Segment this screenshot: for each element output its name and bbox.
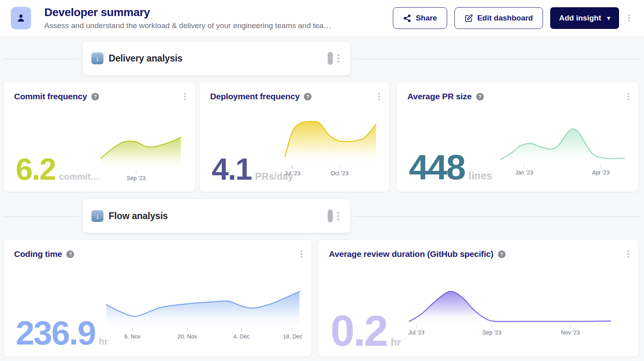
card-title: Deployment frequency bbox=[210, 92, 299, 101]
metric: 4.1 PRs/day bbox=[212, 157, 293, 182]
metric-value: 236.9 bbox=[16, 320, 95, 347]
sparkline-chart: Jul '23Oct '23 bbox=[285, 119, 376, 164]
help-icon[interactable]: ? bbox=[304, 93, 312, 101]
section-header-delivery-analysis: ↓ Delivery analysis bbox=[83, 41, 350, 75]
card-header: Coding time ? bbox=[14, 248, 304, 260]
x-axis-tick: Sep '23 bbox=[482, 324, 501, 336]
metric-value: 4.1 bbox=[212, 157, 252, 182]
sparkline-chart: 6. Nov20. Nov4. Dec18. Dec bbox=[106, 290, 299, 327]
add-insight-label: Add insight bbox=[559, 14, 601, 23]
section-menu-icon[interactable] bbox=[335, 210, 341, 222]
x-axis-tick: Jul '23 bbox=[408, 324, 424, 336]
card-title: Average PR size bbox=[407, 92, 472, 101]
x-axis: Sep '23 bbox=[101, 169, 181, 183]
card-menu-icon[interactable] bbox=[299, 248, 304, 260]
metric-card-average-review-duration: Average review duration (GitHub specific… bbox=[318, 239, 639, 357]
edit-dashboard-label: Edit dashboard bbox=[477, 14, 533, 23]
sparkline-chart: Jan '23Apr '23 bbox=[501, 127, 624, 163]
x-axis: Jul '23Oct '23 bbox=[285, 164, 376, 178]
section-divider bbox=[3, 216, 79, 217]
metric-value: 0.2 bbox=[330, 314, 387, 348]
page-subtitle: Assess and understand the workload & del… bbox=[44, 21, 331, 30]
help-icon[interactable]: ? bbox=[498, 250, 506, 258]
x-axis: 6. Nov20. Nov4. Dec18. Dec bbox=[106, 327, 299, 341]
card-title: Average review duration (GitHub specific… bbox=[329, 249, 493, 259]
share-button[interactable]: Share bbox=[393, 7, 447, 29]
sparkline-chart: Sep '23 bbox=[101, 135, 181, 169]
metric: 236.9 hr bbox=[16, 320, 108, 347]
dashboard-page: Developer summary Assess and understand … bbox=[0, 0, 644, 361]
card-menu-icon[interactable] bbox=[625, 91, 631, 102]
help-icon[interactable]: ? bbox=[66, 250, 74, 258]
drag-handle[interactable] bbox=[328, 209, 333, 222]
x-axis: Jul '23Sep '23Nov '23 bbox=[409, 323, 611, 337]
share-label: Share bbox=[416, 14, 437, 23]
metric: 6.2 commit… bbox=[16, 157, 99, 182]
metric-card-deployment-frequency: Deployment frequency ? 4.1 PRs/day Jul '… bbox=[199, 82, 390, 192]
x-axis-tick: 20. Nov bbox=[178, 328, 197, 340]
edit-icon bbox=[464, 14, 473, 23]
metric-card-commit-frequency: Commit frequency ? 6.2 commit… Sep '23 bbox=[3, 82, 196, 192]
down-arrow-emoji-icon: ↓ bbox=[91, 210, 103, 222]
section-title: Flow analysis bbox=[109, 211, 168, 222]
page-title: Developer summary bbox=[44, 6, 331, 19]
title-block: Developer summary Assess and understand … bbox=[44, 6, 331, 30]
x-axis-tick: Apr '23 bbox=[592, 164, 610, 176]
section-divider bbox=[354, 59, 641, 59]
metric-card-average-pr-size: Average PR size ? 448 lines Jan '23Apr '… bbox=[396, 82, 639, 192]
metric-unit: lines bbox=[469, 170, 492, 182]
section-title: Delivery analysis bbox=[109, 53, 182, 64]
x-axis-tick: Sep '23 bbox=[127, 170, 146, 181]
dashboard-avatar bbox=[11, 7, 31, 29]
card-menu-icon[interactable] bbox=[376, 91, 382, 102]
metric: 448 lines bbox=[409, 153, 492, 182]
x-axis-tick: 6. Nov bbox=[124, 328, 140, 340]
x-axis-tick: Nov '23 bbox=[561, 324, 580, 336]
x-axis-tick: Jan '23 bbox=[515, 164, 533, 176]
sparkline-chart: Jul '23Sep '23Nov '23 bbox=[409, 289, 611, 323]
metric-value: 448 bbox=[409, 153, 465, 181]
chevron-down-icon: ▾ bbox=[607, 14, 610, 22]
card-header: Commit frequency ? bbox=[14, 91, 188, 102]
add-insight-button[interactable]: Add insight ▾ bbox=[550, 7, 619, 29]
section-menu-icon[interactable] bbox=[335, 52, 341, 65]
metric-unit: hr bbox=[390, 336, 401, 349]
share-icon bbox=[403, 14, 411, 23]
help-icon[interactable]: ? bbox=[476, 93, 484, 101]
x-axis-tick: 4. Dec bbox=[233, 328, 250, 340]
person-icon bbox=[16, 13, 26, 23]
card-title: Coding time bbox=[14, 249, 62, 259]
card-header: Deployment frequency ? bbox=[210, 91, 382, 102]
top-bar: Developer summary Assess and understand … bbox=[0, 0, 644, 36]
metric-card-coding-time: Coding time ? 236.9 hr 6. Nov20. Nov4. D… bbox=[3, 239, 312, 357]
x-axis-tick: Oct '23 bbox=[331, 165, 349, 176]
topbar-actions: Share Edit dashboard Add insight ▾ bbox=[393, 7, 632, 29]
card-header: Average review duration (GitHub specific… bbox=[329, 248, 631, 260]
card-menu-icon[interactable] bbox=[625, 248, 631, 260]
card-title: Commit frequency bbox=[14, 92, 87, 101]
metric: 0.2 hr bbox=[330, 314, 401, 349]
section-divider bbox=[3, 59, 79, 59]
x-axis-tick: 18. Dec bbox=[283, 328, 302, 340]
x-axis: Jan '23Apr '23 bbox=[501, 163, 624, 177]
card-header: Average PR size ? bbox=[407, 91, 631, 102]
dashboard-menu-icon[interactable] bbox=[626, 12, 632, 24]
drag-handle[interactable] bbox=[328, 52, 333, 65]
card-menu-icon[interactable] bbox=[182, 91, 188, 102]
section-header-flow-analysis: ↓ Flow analysis bbox=[83, 199, 350, 233]
edit-dashboard-button[interactable]: Edit dashboard bbox=[454, 7, 543, 29]
x-axis-tick: Jul '23 bbox=[284, 165, 300, 176]
metric-value: 6.2 bbox=[16, 157, 56, 182]
help-icon[interactable]: ? bbox=[91, 93, 99, 101]
down-arrow-emoji-icon: ↓ bbox=[91, 52, 103, 64]
section-divider bbox=[354, 216, 641, 217]
metric-unit: commit… bbox=[59, 172, 99, 182]
